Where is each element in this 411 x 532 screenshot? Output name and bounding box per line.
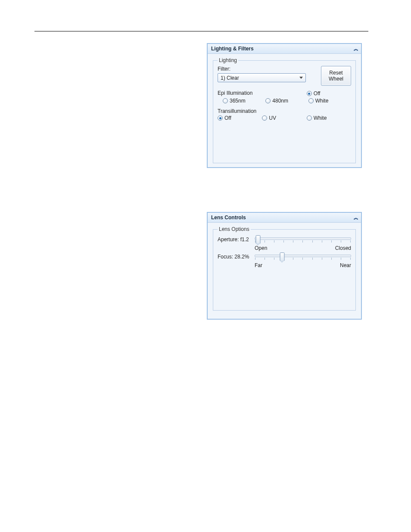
group-legend: Lens Options bbox=[218, 226, 251, 232]
trans-heading: Transillumination bbox=[218, 108, 351, 114]
chevron-down-icon bbox=[299, 77, 303, 79]
slider-min-label: Open bbox=[255, 245, 267, 251]
radio-label: Off bbox=[314, 90, 321, 96]
radio-icon bbox=[223, 98, 228, 103]
radio-icon bbox=[262, 115, 267, 121]
radio-epi-480nm[interactable]: 480nm bbox=[265, 98, 308, 104]
radio-label: 365nm bbox=[230, 98, 246, 104]
lens-options-group: Lens Options Aperture: f1.2 Open Closed bbox=[213, 226, 356, 311]
filter-dropdown[interactable]: 1) Clear bbox=[218, 73, 306, 82]
radio-epi-365nm[interactable]: 365nm bbox=[223, 98, 265, 104]
slider-ticks bbox=[255, 258, 351, 260]
slider-max-label: Closed bbox=[335, 245, 351, 251]
panel-title: Lighting & Filters bbox=[211, 46, 254, 52]
lighting-filters-panel: Lighting & Filters ︽ Lighting Filter: 1)… bbox=[207, 43, 362, 168]
radio-icon bbox=[308, 98, 314, 103]
collapse-icon[interactable]: ︽ bbox=[354, 47, 358, 51]
radio-label: Off bbox=[224, 115, 231, 121]
radio-label: UV bbox=[269, 115, 276, 121]
slider-thumb[interactable] bbox=[255, 235, 260, 244]
epi-heading: Epi Illumination bbox=[218, 90, 307, 96]
aperture-slider[interactable]: Open Closed bbox=[255, 236, 351, 251]
focus-slider[interactable]: Far Near bbox=[255, 253, 351, 268]
filter-selected: 1) Clear bbox=[221, 75, 239, 81]
radio-epi-white[interactable]: White bbox=[308, 98, 351, 104]
filter-label: Filter: bbox=[218, 66, 317, 72]
radio-trans-white[interactable]: White bbox=[307, 115, 351, 121]
radio-trans-off[interactable]: Off bbox=[218, 115, 262, 121]
slider-thumb[interactable] bbox=[280, 252, 284, 261]
slider-track bbox=[255, 255, 351, 257]
radio-icon bbox=[265, 98, 271, 103]
collapse-icon[interactable]: ︽ bbox=[354, 215, 358, 220]
slider-min-label: Far bbox=[255, 262, 262, 268]
group-legend: Lighting bbox=[218, 57, 238, 63]
radio-trans-uv[interactable]: UV bbox=[262, 115, 306, 121]
radio-icon bbox=[307, 115, 312, 121]
radio-icon bbox=[307, 91, 312, 96]
panel-titlebar: Lens Controls ︽ bbox=[208, 213, 361, 223]
slider-ticks bbox=[255, 240, 351, 243]
radio-label: 480nm bbox=[272, 98, 288, 104]
reset-wheel-button[interactable]: Reset Wheel bbox=[321, 66, 351, 86]
radio-label: White bbox=[314, 115, 327, 121]
panel-title: Lens Controls bbox=[211, 215, 246, 221]
divider bbox=[34, 31, 368, 31]
slider-max-label: Near bbox=[340, 262, 351, 268]
aperture-label: Aperture: f1.2 bbox=[218, 236, 252, 243]
slider-track bbox=[255, 237, 351, 240]
radio-label: White bbox=[315, 98, 329, 104]
lighting-group: Lighting Filter: 1) Clear Reset Wheel Ep… bbox=[213, 57, 356, 163]
panel-titlebar: Lighting & Filters ︽ bbox=[208, 44, 361, 54]
radio-icon bbox=[218, 115, 223, 121]
focus-label: Focus: 28.2% bbox=[218, 253, 252, 260]
lens-controls-panel: Lens Controls ︽ Lens Options Aperture: f… bbox=[207, 212, 362, 320]
radio-epi-off[interactable]: Off bbox=[307, 90, 351, 97]
